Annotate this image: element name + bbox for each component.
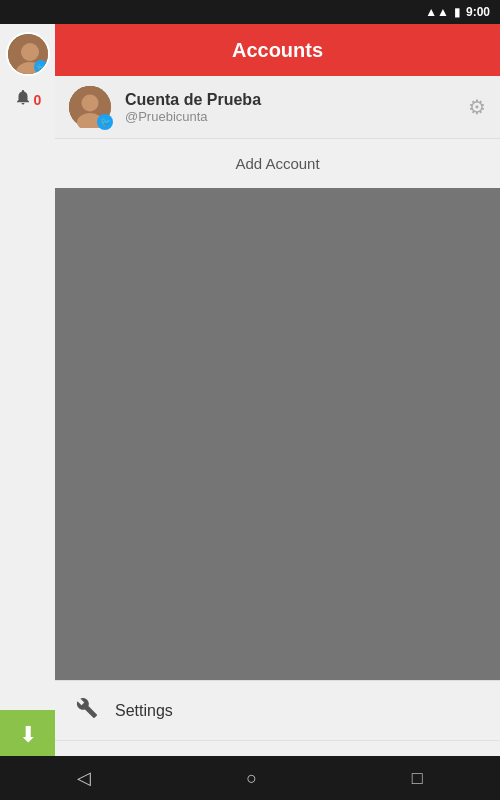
settings-menu-item[interactable]: Settings — [55, 681, 500, 741]
add-account-button[interactable]: Add Account — [55, 139, 500, 188]
notification-count: 0 — [34, 92, 42, 108]
sidebar: 🐦 0 ⬇ — [0, 24, 55, 800]
account-list-item[interactable]: 🐦 Cuenta de Prueba @Pruebicunta ⚙ — [55, 76, 500, 139]
content-area — [55, 188, 500, 680]
back-button[interactable]: ◁ — [77, 767, 91, 789]
add-account-label: Add Account — [235, 155, 319, 172]
status-icons: ▲▲ ▮ 9:00 — [425, 5, 490, 19]
notification-row: 0 — [14, 88, 42, 111]
account-avatar: 🐦 — [69, 86, 111, 128]
header-title: Accounts — [232, 39, 323, 62]
account-twitter-badge: 🐦 — [97, 114, 113, 130]
wifi-icon: ▲▲ — [425, 5, 449, 19]
account-name: Cuenta de Prueba — [125, 91, 468, 109]
navigation-bar: ◁ ○ □ — [0, 756, 500, 800]
account-handle: @Pruebicunta — [125, 109, 468, 124]
battery-icon: ▮ — [454, 5, 461, 19]
home-button[interactable]: ○ — [246, 768, 257, 789]
status-bar: ▲▲ ▮ 9:00 — [0, 0, 500, 24]
account-info: Cuenta de Prueba @Pruebicunta — [125, 91, 468, 124]
svg-point-3 — [22, 44, 38, 60]
main-content: Accounts 🐦 Cuenta de Prueba @Pruebicunt — [55, 24, 500, 800]
twitter-bird-icon: 🐦 — [36, 63, 46, 72]
bell-icon — [14, 88, 32, 111]
download-icon: ⬇ — [19, 722, 37, 748]
settings-icon — [75, 697, 99, 724]
sidebar-twitter-badge: 🐦 — [34, 60, 48, 74]
sidebar-avatar[interactable]: 🐦 — [6, 32, 50, 76]
app-container: 🐦 0 ⬇ Accounts — [0, 24, 500, 800]
account-settings-icon[interactable]: ⚙ — [468, 95, 486, 119]
settings-label: Settings — [115, 702, 173, 720]
recents-button[interactable]: □ — [412, 768, 423, 789]
svg-point-5 — [82, 95, 99, 112]
header-bar: Accounts — [55, 24, 500, 76]
sidebar-download-button[interactable]: ⬇ — [0, 710, 55, 760]
account-twitter-bird-icon: 🐦 — [100, 117, 111, 127]
status-time: 9:00 — [466, 5, 490, 19]
